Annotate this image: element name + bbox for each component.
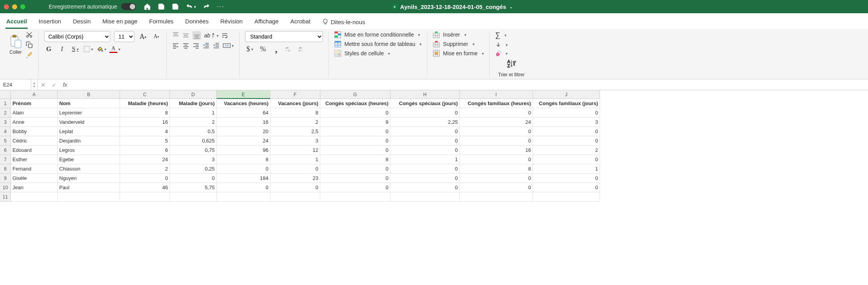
cell[interactable]: Leplat [58, 127, 120, 136]
cell[interactable]: Desjardin [58, 136, 120, 146]
cell[interactable]: 0 [217, 164, 270, 174]
autosum-button[interactable]: ∑▾ [495, 31, 525, 39]
cell[interactable]: Anne [11, 118, 58, 127]
cell[interactable]: Cédric [11, 136, 58, 146]
document-title[interactable]: x Aynils_2023-12-18-2024-01-05_congés ⌄ [392, 4, 513, 10]
cell[interactable]: Congés spéciaux (heures) [320, 99, 390, 108]
name-box-spinner[interactable]: ▲▼ [31, 79, 38, 90]
column-header-H[interactable]: H [390, 90, 460, 99]
cell[interactable]: 0 [320, 174, 390, 183]
cut-icon[interactable] [26, 31, 33, 38]
tab-accueil[interactable]: Accueil [5, 16, 28, 29]
cell[interactable]: 8 [320, 155, 390, 164]
row-header-2[interactable]: 2 [0, 108, 11, 118]
cell[interactable]: 3 [170, 155, 217, 164]
confirm-formula-icon[interactable]: ✓ [49, 82, 60, 88]
redo-icon[interactable] [203, 3, 210, 10]
cell[interactable] [270, 192, 320, 202]
cell[interactable]: 0 [320, 108, 390, 118]
wrap-text-icon[interactable] [221, 32, 228, 39]
font-size-select[interactable]: 11 [114, 31, 134, 42]
cell[interactable]: 0 [270, 183, 320, 192]
cell[interactable]: 4 [120, 127, 170, 136]
home-icon[interactable] [144, 3, 151, 10]
cell-styles-button[interactable]: Styles de cellule▾ [334, 50, 422, 57]
close-window-button[interactable] [4, 4, 9, 9]
cell[interactable]: 0 [320, 164, 390, 174]
cell[interactable]: 0 [533, 155, 600, 164]
cell[interactable]: Congés spéciaux (jours) [390, 99, 460, 108]
row-header-5[interactable]: 5 [0, 136, 11, 146]
cell[interactable]: 1 [170, 108, 217, 118]
cell[interactable]: 0,5 [170, 127, 217, 136]
copy-icon[interactable] [26, 41, 33, 48]
row-header-11[interactable]: 11 [0, 192, 11, 202]
tab-formules[interactable]: Formules [148, 16, 175, 29]
format-cells-button[interactable]: Mise en forme▾ [433, 50, 484, 57]
save-icon[interactable] [158, 3, 165, 10]
cell[interactable] [217, 192, 270, 202]
tab-revision[interactable]: Révision [219, 16, 243, 29]
undo-icon[interactable]: ▾ [186, 3, 196, 10]
column-header-F[interactable]: F [270, 90, 320, 99]
cell[interactable]: 0 [170, 174, 217, 183]
select-all-corner[interactable] [0, 90, 11, 99]
decrease-decimal-icon[interactable]: .00.0→ [298, 44, 307, 54]
cell[interactable]: Congés familiaux (heures) [460, 99, 533, 108]
cell[interactable]: Egebe [58, 155, 120, 164]
cell[interactable]: 0,25 [170, 164, 217, 174]
maximize-window-button[interactable] [20, 4, 25, 9]
cell[interactable]: 0 [270, 164, 320, 174]
cell[interactable]: 3 [533, 118, 600, 127]
column-header-I[interactable]: I [460, 90, 533, 99]
column-header-D[interactable]: D [170, 90, 217, 99]
column-header-J[interactable]: J [533, 90, 600, 99]
cell[interactable]: 0 [533, 108, 600, 118]
bold-button[interactable]: G [44, 44, 53, 54]
italic-button[interactable]: I [57, 44, 67, 54]
sort-filter-button[interactable]: AZ Trier et filtrer [498, 59, 525, 77]
font-name-select[interactable]: Calibri (Corps) [44, 31, 110, 42]
tell-me-search[interactable]: Dites-le-nous [321, 16, 366, 29]
cell[interactable]: 2 [120, 164, 170, 174]
clear-button[interactable]: ▾ [495, 50, 525, 56]
cell[interactable]: Jean [11, 183, 58, 192]
cell[interactable]: 8 [217, 155, 270, 164]
currency-icon[interactable]: $▾ [245, 44, 254, 54]
merge-cells-icon[interactable]: ▾ [223, 42, 234, 49]
cell[interactable]: 64 [217, 108, 270, 118]
tab-donnees[interactable]: Données [184, 16, 209, 29]
cell[interactable]: 0 [460, 136, 533, 146]
cell[interactable]: 0 [390, 136, 460, 146]
cell[interactable]: 3 [270, 136, 320, 146]
cell[interactable]: 96 [217, 146, 270, 155]
cell[interactable]: 16 [460, 146, 533, 155]
align-right-icon[interactable] [192, 42, 199, 49]
cell[interactable]: 8 [460, 164, 533, 174]
cell[interactable]: 0 [390, 164, 460, 174]
cell[interactable]: Esther [11, 155, 58, 164]
font-color-button[interactable]: A▾ [110, 44, 120, 54]
cell[interactable] [120, 192, 170, 202]
increase-font-icon[interactable]: A▴ [138, 32, 148, 41]
percent-icon[interactable]: % [258, 44, 268, 54]
row-header-8[interactable]: 8 [0, 164, 11, 174]
column-header-E[interactable]: E [217, 90, 270, 99]
cell[interactable]: Vanderveld [58, 118, 120, 127]
cell[interactable]: Vacances (heures) [217, 99, 270, 108]
cell[interactable]: 0 [320, 127, 390, 136]
formula-input[interactable] [71, 79, 868, 90]
cell[interactable] [58, 192, 120, 202]
decrease-indent-icon[interactable] [203, 42, 210, 49]
cell[interactable]: 2 [270, 118, 320, 127]
cell[interactable]: 2,5 [270, 127, 320, 136]
cell[interactable]: 0 [460, 155, 533, 164]
cell[interactable] [11, 192, 58, 202]
cell[interactable]: Prénom [11, 99, 58, 108]
cell[interactable]: Maladie (heures) [120, 99, 170, 108]
cell[interactable]: 0 [460, 127, 533, 136]
cell[interactable]: 9 [320, 118, 390, 127]
cell[interactable]: Alain [11, 108, 58, 118]
cell[interactable]: 0 [320, 183, 390, 192]
cell[interactable]: 16 [120, 118, 170, 127]
